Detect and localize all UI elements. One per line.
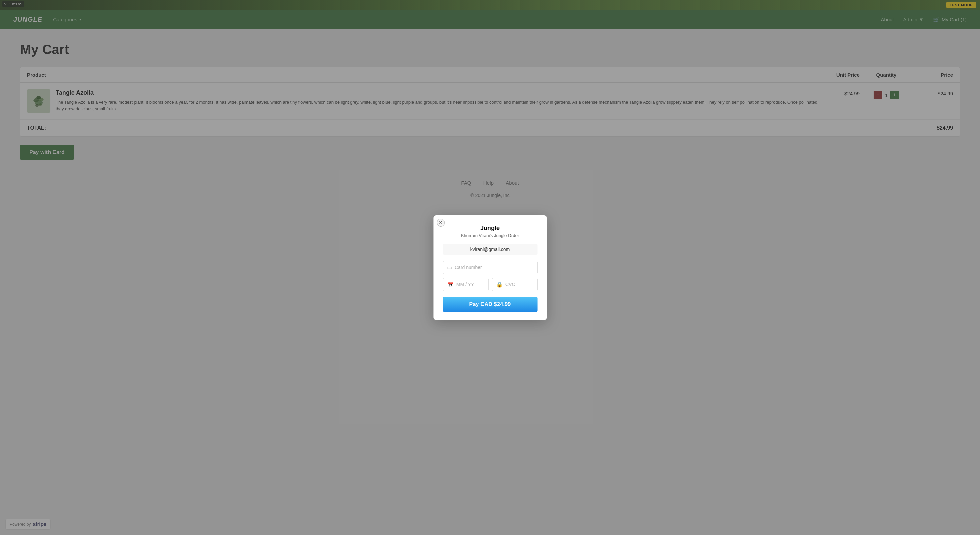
card-icon: ▭ — [447, 264, 452, 271]
modal-email: kvirani@gmail.com — [443, 244, 538, 255]
cvc-placeholder: CVC — [506, 282, 515, 287]
modal-pay-button[interactable]: Pay CAD $24.99 — [443, 297, 538, 312]
card-expiry-field[interactable]: 📅 MM / YY — [443, 278, 488, 291]
card-expiry-cvc-row: 📅 MM / YY 🔒 CVC — [443, 278, 538, 291]
calendar-icon: 📅 — [447, 281, 454, 288]
card-number-field[interactable]: ▭ Card number — [443, 261, 538, 274]
card-cvc-field[interactable]: 🔒 CVC — [492, 278, 538, 291]
lock-icon: 🔒 — [496, 281, 503, 288]
modal-order-label: Khurram Virani's Jungle Order — [443, 233, 538, 238]
modal-overlay[interactable]: ✕ Jungle Khurram Virani's Jungle Order k… — [0, 0, 980, 535]
modal-merchant-name: Jungle — [443, 225, 538, 232]
modal-close-button[interactable]: ✕ — [437, 219, 445, 227]
expiry-placeholder: MM / YY — [457, 282, 474, 287]
card-number-placeholder: Card number — [455, 265, 482, 270]
payment-modal: ✕ Jungle Khurram Virani's Jungle Order k… — [433, 215, 547, 320]
